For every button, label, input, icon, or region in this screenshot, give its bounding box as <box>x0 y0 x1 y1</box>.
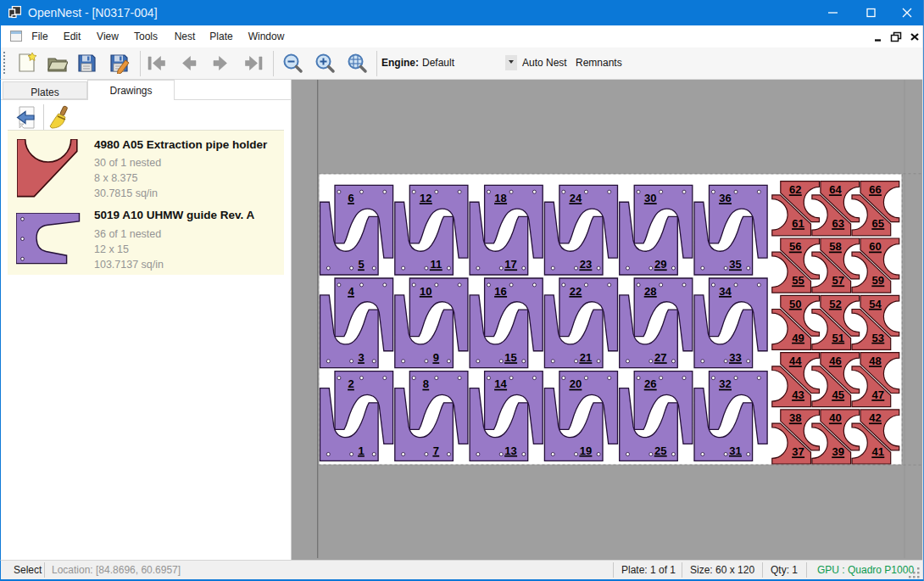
svg-text:33: 33 <box>729 351 741 364</box>
svg-text:5: 5 <box>358 258 364 271</box>
svg-text:12: 12 <box>420 192 431 204</box>
svg-text:58: 58 <box>829 240 841 253</box>
svg-text:38: 38 <box>789 411 801 424</box>
svg-text:57: 57 <box>832 274 843 287</box>
svg-text:4: 4 <box>348 285 354 298</box>
svg-text:35: 35 <box>729 258 741 271</box>
svg-text:3: 3 <box>358 351 364 364</box>
svg-text:41: 41 <box>872 445 884 458</box>
svg-text:30: 30 <box>644 192 656 204</box>
svg-text:21: 21 <box>580 351 592 364</box>
svg-text:19: 19 <box>580 444 592 457</box>
svg-text:10: 10 <box>420 285 431 298</box>
svg-text:2: 2 <box>348 377 353 390</box>
svg-text:1: 1 <box>358 444 364 457</box>
svg-text:25: 25 <box>654 444 666 457</box>
svg-text:6: 6 <box>348 192 353 204</box>
svg-text:55: 55 <box>792 274 804 287</box>
svg-text:59: 59 <box>872 274 884 287</box>
svg-text:26: 26 <box>644 377 656 390</box>
svg-text:45: 45 <box>832 388 843 401</box>
svg-text:29: 29 <box>654 258 666 271</box>
svg-text:51: 51 <box>832 332 843 344</box>
svg-text:11: 11 <box>430 258 442 271</box>
svg-text:43: 43 <box>792 388 804 401</box>
svg-text:52: 52 <box>829 298 841 310</box>
svg-text:7: 7 <box>433 444 439 457</box>
svg-text:13: 13 <box>504 444 516 457</box>
svg-text:28: 28 <box>644 285 656 298</box>
svg-text:66: 66 <box>869 183 881 196</box>
svg-text:48: 48 <box>869 355 881 367</box>
svg-text:15: 15 <box>504 351 516 364</box>
svg-text:34: 34 <box>719 285 732 298</box>
svg-text:50: 50 <box>789 298 801 310</box>
svg-text:22: 22 <box>570 285 582 298</box>
svg-text:14: 14 <box>494 377 507 390</box>
svg-text:32: 32 <box>719 377 731 390</box>
svg-text:23: 23 <box>580 258 592 271</box>
svg-text:44: 44 <box>789 355 802 367</box>
svg-text:31: 31 <box>729 444 741 457</box>
svg-text:64: 64 <box>829 183 842 196</box>
svg-text:60: 60 <box>869 240 881 253</box>
svg-text:54: 54 <box>869 298 882 310</box>
svg-text:8: 8 <box>423 377 429 390</box>
svg-text:36: 36 <box>719 192 731 204</box>
svg-text:46: 46 <box>829 355 841 367</box>
svg-text:63: 63 <box>832 217 843 230</box>
svg-text:62: 62 <box>789 183 801 196</box>
svg-text:39: 39 <box>832 445 843 458</box>
svg-text:49: 49 <box>792 332 804 344</box>
svg-text:65: 65 <box>872 217 884 230</box>
svg-text:37: 37 <box>792 445 804 458</box>
svg-text:18: 18 <box>494 192 506 204</box>
svg-text:16: 16 <box>494 285 506 298</box>
svg-text:24: 24 <box>570 192 582 204</box>
svg-text:40: 40 <box>829 411 841 424</box>
svg-text:56: 56 <box>789 240 801 253</box>
svg-text:9: 9 <box>433 351 439 364</box>
svg-text:61: 61 <box>792 217 804 230</box>
svg-text:17: 17 <box>504 258 516 271</box>
svg-text:53: 53 <box>872 332 884 344</box>
svg-text:42: 42 <box>869 411 881 424</box>
svg-text:27: 27 <box>654 351 666 364</box>
svg-text:47: 47 <box>872 388 884 401</box>
svg-text:20: 20 <box>570 377 582 390</box>
